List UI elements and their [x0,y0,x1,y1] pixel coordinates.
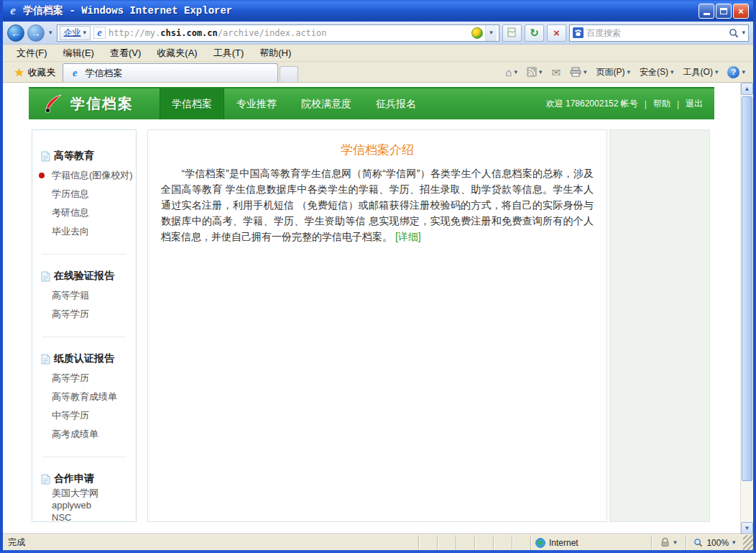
menu-edit[interactable]: 编辑(E) [55,47,102,60]
protection-icon [660,538,670,547]
star-icon: ★ [14,66,24,79]
section-title-text: 合作申请 [54,472,94,485]
page-title: 学信档案介绍 [161,142,594,158]
sidebar-item-label: 学历信息 [52,188,89,201]
tab-active[interactable]: e 学信档案 [63,63,278,82]
scrollbar-track[interactable] [741,95,753,522]
nav-item-satisfaction[interactable]: 院校满意度 [289,88,364,119]
sidebar-item-paper-zhongdeng[interactable]: 中等学历 [32,406,136,425]
chevron-down-icon: ▾ [539,69,543,76]
feeds-button[interactable]: ▾ [523,63,546,81]
addon-icon[interactable] [471,27,483,39]
recent-pages-dropdown[interactable]: ▾ [49,29,52,36]
site-logo[interactable]: 学信档案 [29,88,160,119]
section-title-text: 纸质认证报告 [54,352,114,365]
logout-link[interactable]: 退出 [686,98,703,110]
url-history-dropdown[interactable]: ▾ [485,25,497,41]
zone-label: 企业 [64,27,81,39]
help-button[interactable]: ? ▾ [724,63,749,81]
sidebar-item-xueji[interactable]: 学籍信息(图像校对) [32,166,136,185]
browser-window: e 学信档案 - Windows Internet Explorer × ← →… [0,0,756,553]
minimize-icon [704,13,710,15]
scroll-up-button[interactable]: ▲ [741,83,753,95]
menu-view[interactable]: 查看(V) [102,47,149,60]
tools-menu-button[interactable]: 工具(O) ▾ [680,63,722,81]
stop-button[interactable]: × [547,24,566,42]
scrollbar-thumb[interactable] [742,96,752,481]
refresh-button[interactable]: ↻ [525,24,544,42]
scroll-down-button[interactable]: ▼ [741,522,753,534]
sidebar-item-xueli[interactable]: 学历信息 [32,185,136,204]
mail-icon: ✉ [551,67,561,78]
sidebar-item-label: 美国大学网applyweb [52,487,136,511]
document-icon [41,354,50,365]
vertical-scrollbar[interactable]: ▲ ▼ [740,83,753,534]
page-menu-button[interactable]: 页面(P) ▾ [593,63,635,81]
nav-item-major[interactable]: 专业推荐 [224,88,289,119]
sidebar-item-label: NSC [52,512,71,523]
chevron-down-icon: ▾ [673,539,677,546]
menu-help[interactable]: 帮助(H) [252,47,299,60]
nav-item-enlist[interactable]: 征兵报名 [364,88,428,119]
sidebar-item-online-xueji[interactable]: 高等学籍 [32,286,136,305]
right-panel [609,129,710,522]
page-body: 高等教育 学籍信息(图像校对) 学历信息 考研信息 毕业去向 在线验证报告 高 [3,129,740,522]
url-domain: chsi.com.cn [160,28,217,38]
home-icon: ⌂ [505,67,512,78]
nav-item-archive[interactable]: 学信档案 [160,88,224,119]
security-zone-pane: Internet [530,535,651,550]
back-button[interactable]: ← [7,24,24,42]
sidebar-item-label: 高等教育成绩单 [52,390,117,403]
resize-grip[interactable] [743,535,753,550]
search-provider-dropdown[interactable]: ▾ [742,29,745,36]
divider [42,457,126,457]
safety-menu-label: 安全(S) [640,66,668,78]
sidebar-item-paper-chengjidan[interactable]: 高等教育成绩单 [32,388,136,406]
sidebar-item-kaoyan[interactable]: 考研信息 [32,204,136,222]
document-icon [41,474,50,485]
detail-link[interactable]: [详细] [395,231,421,242]
status-text: 完成 [3,535,418,550]
zoom-control[interactable]: 100% ▾ [686,535,743,550]
sidebar-item-nsc[interactable]: NSC [32,508,136,526]
compatibility-view-button[interactable] [502,24,522,42]
menu-file[interactable]: 文件(F) [9,47,55,60]
sidebar-item-label: 毕业去向 [52,225,89,238]
rss-icon [527,67,537,77]
minimize-button[interactable] [699,4,714,19]
status-label: 完成 [8,536,25,549]
sidebar-item-paper-xueli[interactable]: 高等学历 [32,369,136,388]
tabs-bar: ★ 收藏夹 e 学信档案 ⌂ ▾ ▾ ✉ ▾ 页面(P) [3,62,753,83]
sidebar-item-applyweb[interactable]: 美国大学网applyweb [32,489,136,508]
sidebar-item-paper-gaokao[interactable]: 高考成绩单 [32,425,136,444]
menu-favorites[interactable]: 收藏夹(A) [149,47,205,60]
read-mail-button[interactable]: ✉ [548,63,564,81]
search-input[interactable] [586,28,726,38]
forward-button[interactable]: → [27,24,45,42]
sidebar-section-cooperation: 合作申请 美国大学网applyweb NSC [32,469,136,534]
new-tab-button[interactable] [280,66,298,82]
sidebar-item-online-xueli[interactable]: 高等学历 [32,305,136,324]
globe-icon [535,538,545,548]
protected-mode-pane[interactable]: ▾ [651,535,686,550]
safety-menu-button[interactable]: 安全(S) ▾ [636,63,678,81]
url-field[interactable]: 企业 ▾ e http://my.chsi.com.cn/archive/ind… [57,24,499,42]
sidebar-item-biye[interactable]: 毕业去向 [32,222,136,241]
favorites-button[interactable]: ★ 收藏夹 [7,64,63,81]
main-content: 学信档案介绍 “学信档案”是中国高等教育学生信息网（简称“学信网”）各类学生个人… [147,129,607,522]
page-menu-label: 页面(P) [596,66,625,78]
menu-tools[interactable]: 工具(T) [206,47,252,60]
home-button[interactable]: ⌂ ▾ [502,63,521,81]
address-bar: ← → ▾ 企业 ▾ e http://my.chsi.com.cn/archi… [3,22,753,45]
zone-button[interactable]: 企业 ▾ [60,26,91,40]
print-button[interactable]: ▾ [566,63,591,81]
sidebar-item-label: 中等学历 [52,409,89,422]
close-button[interactable]: × [733,4,749,19]
maximize-button[interactable] [716,4,732,19]
sidebar-section-paper-report: 纸质认证报告 高等学历 高等教育成绩单 中等学历 高考成绩单 [32,349,136,451]
search-icon[interactable] [729,28,739,38]
intro-paragraph: “学信档案”是中国高等教育学生信息网（简称“学信网”）各类学生个人信息档案的总称… [161,165,594,244]
status-pane [437,535,456,550]
stop-icon: × [553,27,560,39]
help-link[interactable]: 帮助 [653,98,670,110]
